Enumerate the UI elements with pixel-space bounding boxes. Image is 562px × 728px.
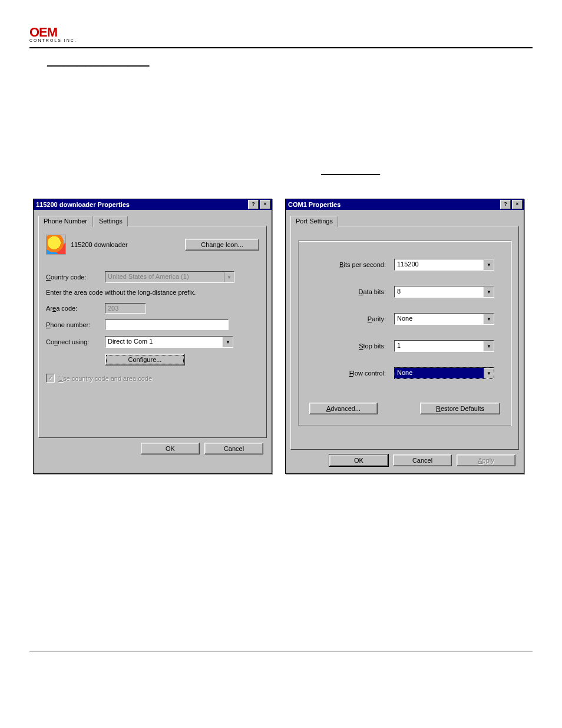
phone-number-field[interactable] (105, 319, 229, 330)
com1-properties-dialog: COM1 Properties ? × Port Settings Bits p… (285, 199, 524, 474)
chevron-down-icon[interactable]: ▼ (484, 259, 494, 270)
help-icon[interactable]: ? (248, 200, 259, 209)
tab-settings[interactable]: Settings (94, 216, 128, 226)
parity-value: None (395, 314, 484, 324)
checkbox-icon: ✓ (46, 374, 55, 383)
connect-using-combo[interactable]: Direct to Com 1 ▼ (105, 336, 233, 348)
section-heading-placeholder: ________________________ (47, 58, 150, 67)
restore-defaults-button[interactable]: Restore Defaults (420, 403, 500, 414)
use-country-code-label: Use country code and area code (58, 375, 152, 382)
footer-rule (29, 651, 533, 651)
country-code-value: United States of America (1) (105, 272, 224, 282)
close-icon[interactable]: × (512, 200, 523, 209)
logo-text-bottom: CONTROLS INC. (29, 38, 99, 42)
flow-control-label: Flow control: (309, 370, 389, 377)
bits-per-second-label: Bits per second: (309, 261, 389, 268)
country-code-combo: United States of America (1) ▼ (105, 271, 234, 283)
stop-bits-combo[interactable]: 1 ▼ (394, 340, 494, 352)
phone-number-label: Phone number: (46, 321, 100, 328)
advanced-button[interactable]: Advanced... (309, 403, 378, 414)
titlebar[interactable]: 115200 downloader Properties ? × (34, 199, 272, 210)
help-icon[interactable]: ? (500, 200, 511, 209)
port-settings-group: Bits per second: 115200 ▼ Data bits: 8 (298, 241, 511, 426)
dialog-title: COM1 Properties (288, 201, 340, 208)
flow-control-value: None (395, 368, 484, 378)
country-code-label: Country code: (46, 274, 100, 281)
chevron-down-icon[interactable]: ▼ (484, 286, 494, 297)
close-icon[interactable]: × (260, 200, 270, 209)
chevron-down-icon[interactable]: ▼ (484, 368, 494, 378)
data-bits-label: Data bits: (309, 288, 389, 295)
tab-port-settings[interactable]: Port Settings (290, 216, 338, 227)
connect-using-label: Connect using: (46, 338, 100, 345)
stop-bits-label: Stop bits: (309, 342, 389, 350)
apply-button: Apply (457, 454, 515, 466)
titlebar[interactable]: COM1 Properties ? × (286, 199, 524, 210)
area-code-hint: Enter the area code without the long-dis… (46, 289, 196, 296)
stop-bits-value: 1 (395, 341, 484, 351)
chevron-down-icon: ▼ (224, 272, 234, 282)
dialog-title: 115200 downloader Properties (36, 201, 130, 208)
bits-per-second-combo[interactable]: 115200 ▼ (394, 259, 494, 271)
parity-combo[interactable]: None ▼ (394, 313, 494, 325)
connection-icon (46, 235, 66, 255)
logo: OEM CONTROLS INC. (29, 24, 533, 45)
area-code-field (105, 303, 146, 314)
tab-phone-number[interactable]: Phone Number (38, 216, 92, 227)
change-icon-button[interactable]: Change Icon... (185, 239, 259, 251)
chevron-down-icon[interactable]: ▼ (223, 337, 233, 347)
use-country-code-checkbox: ✓ Use country code and area code (46, 374, 259, 383)
parity-label: Parity: (309, 315, 389, 322)
chevron-down-icon[interactable]: ▼ (484, 314, 494, 324)
bits-per-second-value: 115200 (395, 259, 484, 270)
cancel-button[interactable]: Cancel (393, 454, 452, 466)
header-rule (29, 47, 533, 48)
logo-text-top: OEM (29, 27, 99, 38)
data-bits-combo[interactable]: 8 ▼ (394, 286, 494, 298)
chevron-down-icon[interactable]: ▼ (484, 341, 494, 351)
data-bits-value: 8 (395, 286, 484, 297)
flow-control-combo[interactable]: None ▼ (394, 367, 494, 379)
cancel-button[interactable]: Cancel (204, 443, 263, 454)
ok-button[interactable]: OK (141, 443, 200, 454)
ok-button[interactable]: OK (329, 454, 388, 466)
area-code-label: Area code: (46, 305, 100, 312)
connection-name: 115200 downloader (71, 241, 128, 248)
connect-using-value: Direct to Com 1 (105, 337, 223, 347)
configure-button[interactable]: Configure... (105, 354, 185, 365)
downloader-properties-dialog: 115200 downloader Properties ? × Phone N… (33, 199, 272, 474)
inline-link-placeholder: _______________ (321, 167, 380, 175)
